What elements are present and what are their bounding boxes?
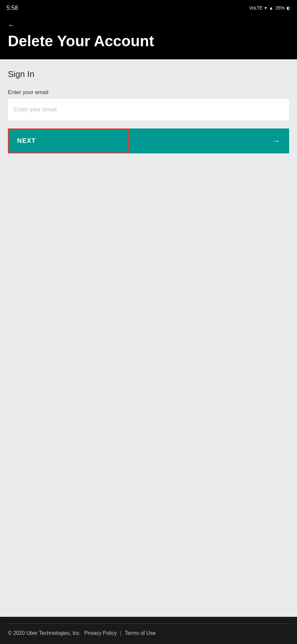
next-label: NEXT — [17, 137, 36, 145]
next-button-wrapper: NEXT → — [8, 128, 289, 153]
footer-copyright: © 2020 Uber Technologies, Inc. — [8, 630, 81, 636]
sign-in-heading: Sign In — [8, 69, 289, 79]
wifi-icon: ▾ — [265, 5, 267, 10]
volte-icon: VoLTE — [249, 5, 263, 10]
next-arrow-icon: → — [272, 136, 280, 146]
email-input[interactable] — [8, 99, 289, 121]
main-content: Sign In Enter your email NEXT → — [0, 59, 297, 617]
signal-icon: ▲ — [269, 5, 273, 10]
status-icons: VoLTE ▾ ▲ 35% ◐ — [249, 5, 290, 10]
terms-of-use-link[interactable]: Terms of Use — [125, 630, 156, 636]
battery-icon: ◐ — [287, 5, 290, 10]
battery-text: 35% — [275, 5, 285, 10]
footer-separator: | — [120, 630, 121, 636]
header: ← Delete Your Account — [0, 16, 297, 59]
privacy-policy-link[interactable]: Privacy Policy — [84, 630, 117, 636]
email-label: Enter your email — [8, 89, 289, 96]
footer: © 2020 Uber Technologies, Inc. Privacy P… — [0, 617, 297, 644]
status-bar: 5:58 VoLTE ▾ ▲ 35% ◐ — [0, 0, 297, 16]
next-button[interactable]: NEXT → — [8, 128, 289, 153]
footer-divider — [8, 623, 289, 624]
footer-text: © 2020 Uber Technologies, Inc. Privacy P… — [8, 630, 289, 636]
back-button[interactable]: ← — [8, 21, 15, 29]
page-title: Delete Your Account — [8, 33, 289, 49]
status-time: 5:58 — [7, 5, 18, 11]
